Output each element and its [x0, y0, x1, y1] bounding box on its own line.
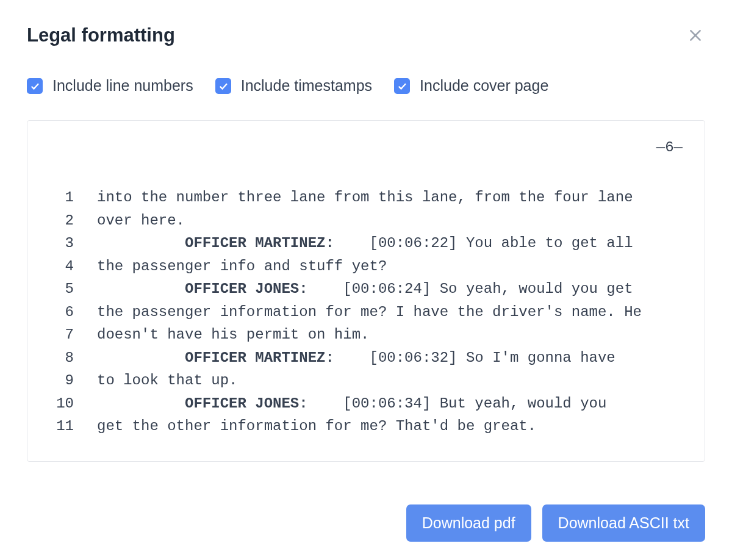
transcript-line: 11get the other information for me? That…: [45, 415, 687, 438]
checkmark-icon: [29, 81, 40, 92]
speaker-label: OFFICER JONES:: [185, 395, 308, 412]
line-content: OFFICER JONES: [00:06:24] So yeah, would…: [79, 278, 687, 301]
transcript-body: 1into the number three lane from this la…: [45, 186, 687, 438]
line-number: 9: [45, 369, 79, 392]
close-icon: [687, 27, 703, 43]
line-number: 10: [45, 392, 79, 415]
transcript-line: 5 OFFICER JONES: [00:06:24] So yeah, wou…: [45, 278, 687, 301]
checkbox-cover-page[interactable]: Include cover page: [394, 77, 548, 95]
footer-buttons: Download pdf Download ASCII txt: [406, 504, 705, 542]
line-content: over here.: [79, 209, 687, 232]
line-number: 8: [45, 346, 79, 370]
checkbox-line-numbers[interactable]: Include line numbers: [27, 77, 193, 95]
page-number: —6—: [45, 139, 687, 156]
timestamp: [00:06:34]: [308, 395, 440, 412]
checkbox-label: Include cover page: [420, 77, 548, 95]
download-pdf-button[interactable]: Download pdf: [406, 504, 531, 542]
line-content: get the other information for me? That'd…: [79, 415, 687, 438]
checkbox-input[interactable]: [394, 78, 410, 94]
transcript-line: 3 OFFICER MARTINEZ: [00:06:22] You able …: [45, 232, 687, 255]
line-number: 4: [45, 255, 79, 278]
speaker-label: OFFICER MARTINEZ:: [185, 235, 334, 251]
line-content: OFFICER JONES: [00:06:34] But yeah, woul…: [79, 392, 687, 415]
checkbox-input[interactable]: [27, 78, 43, 94]
line-number: 3: [45, 232, 79, 255]
modal-title: Legal formatting: [27, 24, 175, 46]
transcript-line: 2over here.: [45, 209, 687, 232]
speaker-label: OFFICER JONES:: [185, 281, 308, 297]
download-txt-button[interactable]: Download ASCII txt: [542, 504, 705, 542]
checkbox-timestamps[interactable]: Include timestamps: [215, 77, 372, 95]
line-content: OFFICER MARTINEZ: [00:06:22] You able to…: [79, 232, 687, 255]
line-number: 7: [45, 323, 79, 346]
line-content: OFFICER MARTINEZ: [00:06:32] So I'm gonn…: [79, 346, 687, 370]
transcript-line: 6the passenger information for me? I hav…: [45, 301, 687, 324]
line-number: 5: [45, 278, 79, 301]
checkbox-label: Include timestamps: [241, 77, 372, 95]
options-row: Include line numbers Include timestamps …: [27, 77, 705, 95]
line-content: into the number three lane from this lan…: [79, 186, 687, 209]
timestamp: [00:06:32]: [334, 350, 466, 366]
line-content: doesn't have his permit on him.: [79, 323, 687, 346]
close-button[interactable]: [686, 26, 705, 45]
checkbox-input[interactable]: [215, 78, 231, 94]
line-number: 6: [45, 301, 79, 324]
transcript-line: 4the passenger info and stuff yet?: [45, 255, 687, 278]
line-number: 11: [45, 415, 79, 438]
checkbox-label: Include line numbers: [52, 77, 193, 95]
line-content: the passenger info and stuff yet?: [79, 255, 687, 278]
transcript-line: 7doesn't have his permit on him.: [45, 323, 687, 346]
line-number: 2: [45, 209, 79, 232]
transcript-line: 10 OFFICER JONES: [00:06:34] But yeah, w…: [45, 392, 687, 415]
line-content: to look that up.: [79, 369, 687, 392]
speaker-label: OFFICER MARTINEZ:: [185, 350, 334, 366]
transcript-line: 9to look that up.: [45, 369, 687, 392]
checkmark-icon: [218, 81, 229, 92]
transcript-line: 1into the number three lane from this la…: [45, 186, 687, 209]
transcript-preview: —6— 1into the number three lane from thi…: [27, 120, 705, 462]
line-content: the passenger information for me? I have…: [79, 301, 687, 324]
checkmark-icon: [396, 81, 407, 92]
line-number: 1: [45, 186, 79, 209]
timestamp: [00:06:24]: [308, 281, 440, 297]
transcript-line: 8 OFFICER MARTINEZ: [00:06:32] So I'm go…: [45, 346, 687, 370]
timestamp: [00:06:22]: [334, 235, 466, 251]
